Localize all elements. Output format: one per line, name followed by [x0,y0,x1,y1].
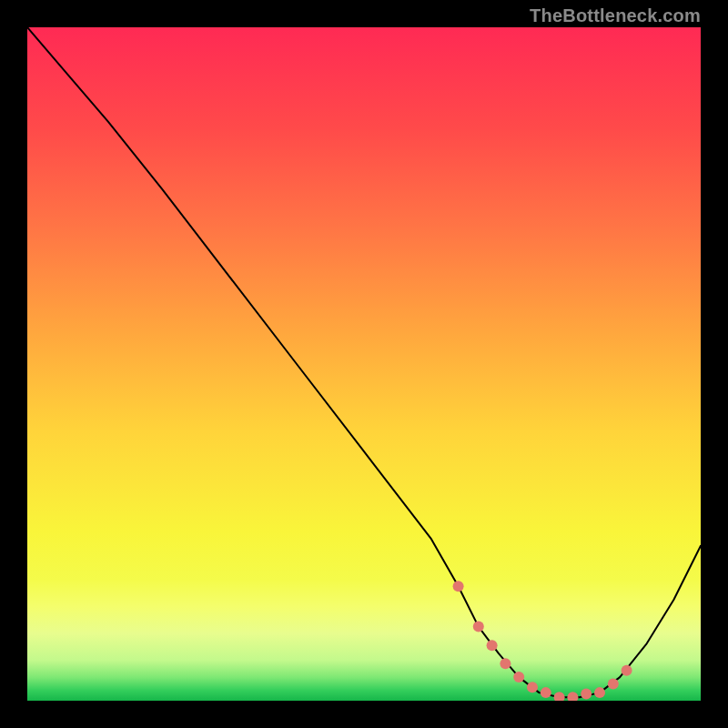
chart-background [27,27,701,701]
highlight-dot [500,658,511,669]
highlight-dot [622,665,632,676]
watermark-text: TheBottleneck.com [530,5,701,26]
highlight-dot [527,682,538,693]
highlight-dot [473,622,484,632]
highlight-dot [487,640,498,651]
highlight-dot [513,672,524,682]
chart-plot-area [27,27,701,701]
chart-svg [27,27,701,701]
highlight-dot [594,687,605,698]
highlight-dot [581,689,592,700]
highlight-dot [608,679,619,690]
highlight-dot [541,687,551,698]
highlight-dot [453,581,464,592]
